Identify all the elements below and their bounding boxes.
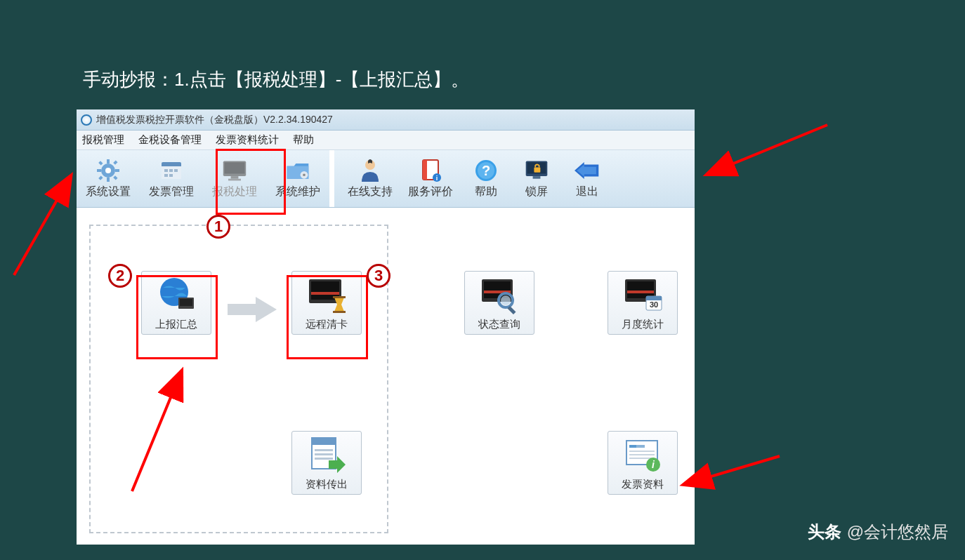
menu-help[interactable]: 帮助 [293,133,314,147]
invoice-mgmt-button[interactable]: 发票管理 [140,150,203,207]
monthly-stats-tile[interactable]: 30 月度统计 [608,271,678,335]
monitor-search-icon [478,276,520,315]
svg-rect-11 [162,166,181,179]
svg-rect-65 [629,454,655,455]
menubar: 报税管理 金税设备管理 发票资料统计 帮助 [77,131,695,150]
svg-rect-64 [629,451,655,452]
label: 退出 [576,185,598,199]
svg-rect-52 [627,291,654,293]
app-icon [81,114,92,126]
online-support-button[interactable]: 在线支持 [340,150,400,207]
menu-device-mgmt[interactable]: 金税设备管理 [138,133,202,147]
label: 锁屏 [525,185,548,199]
svg-rect-26 [423,160,427,180]
label: 帮助 [475,185,497,199]
svg-rect-14 [174,169,178,172]
help-button[interactable]: ? 帮助 [461,150,511,207]
document-export-icon [306,436,348,475]
svg-rect-57 [312,438,336,445]
exit-button[interactable]: 退出 [562,150,612,207]
help-icon: ? [473,158,499,183]
svg-rect-9 [113,160,117,164]
svg-rect-16 [169,174,173,177]
svg-rect-35 [534,168,540,173]
highlight-box-2 [136,275,218,359]
svg-rect-51 [627,281,654,298]
svg-rect-6 [98,161,103,165]
label: 资料传出 [306,478,348,491]
service-rating-button[interactable]: i 服务评价 [400,150,461,207]
svg-rect-8 [98,175,103,180]
person-icon [357,158,383,183]
svg-rect-60 [315,458,333,460]
menu-invoice-stats[interactable]: 发票资料统计 [216,133,279,147]
invoice-info-icon: i [622,436,664,475]
label: 状态查询 [478,318,520,331]
window-title: 增值税发票税控开票软件（金税盘版）V2.2.34.190427 [96,114,333,126]
svg-rect-7 [113,175,117,180]
folder-gear-icon [285,158,310,183]
label: 服务评价 [408,185,453,199]
system-settings-button[interactable]: 系统设置 [77,150,140,207]
highlight-box-1 [216,149,286,215]
svg-text:30: 30 [650,300,658,309]
svg-rect-13 [169,169,173,172]
toolbar-left: 系统设置 发票管理 报税处理 系统维护 [77,150,329,207]
svg-rect-48 [507,306,516,314]
svg-line-72 [685,456,780,484]
notebook-icon: i [418,158,443,183]
data-export-tile[interactable]: 资料传出 [291,431,362,495]
flow-arrow-icon [224,295,280,326]
invoice-info-tile[interactable]: i 发票资料 [608,431,678,495]
monitor-calendar-icon: 30 [622,276,664,315]
label: 月度统计 [622,318,664,331]
svg-rect-59 [315,453,333,455]
watermark-text: @会计悠然居 [847,521,948,543]
content-area: 上报汇总 远程清卡 状态查询 30 月度统计 [77,208,695,545]
svg-point-23 [303,174,306,177]
marker-1: 1 [206,215,230,239]
svg-rect-58 [315,449,333,451]
svg-point-49 [501,295,511,305]
toolbar: 系统设置 发票管理 报税处理 系统维护 [77,150,695,208]
exit-arrow-icon [575,158,600,183]
lock-screen-button[interactable]: 锁屏 [511,150,562,207]
gear-icon [96,158,121,183]
svg-line-70 [708,125,827,174]
svg-rect-5 [115,169,119,172]
label: 在线支持 [348,185,393,199]
svg-text:i: i [436,175,438,182]
toolbar-right: 在线支持 i 服务评价 ? 帮助 锁屏 [334,150,695,207]
highlight-box-3 [287,275,368,359]
instruction-text: 手动抄报：1.点击【报税处理】-【上报汇总】。 [83,67,469,92]
menu-tax-mgmt[interactable]: 报税管理 [82,133,124,147]
svg-rect-63 [629,445,636,448]
watermark: 头条 @会计悠然居 [808,521,948,543]
annotation-arrow-top-right [694,118,834,188]
toolbar-separator [329,150,334,207]
svg-rect-34 [533,176,541,179]
lock-monitor-icon [524,158,549,183]
calendar-icon [159,158,184,183]
svg-point-1 [105,168,111,173]
svg-line-69 [14,177,70,275]
watermark-logo: 头条 [808,521,841,543]
svg-rect-3 [107,178,110,182]
titlebar: 增值税发票税控开票软件（金税盘版）V2.2.34.190427 [77,109,695,131]
marker-3: 3 [367,264,390,288]
svg-rect-2 [107,159,110,164]
label: 系统设置 [86,185,131,199]
svg-rect-15 [164,174,168,177]
label: 发票管理 [149,185,194,199]
svg-text:?: ? [482,163,490,178]
svg-rect-4 [97,169,101,172]
svg-rect-12 [164,169,168,172]
marker-2: 2 [108,264,132,288]
status-query-tile[interactable]: 状态查询 [464,271,534,335]
label: 发票资料 [622,478,664,491]
